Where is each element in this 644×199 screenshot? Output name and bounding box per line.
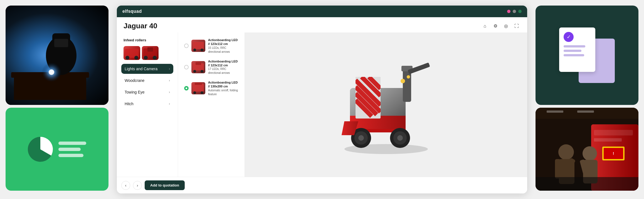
workers-illustration: ! [536, 108, 638, 191]
next-button[interactable]: › [133, 181, 142, 190]
thumbnail-1[interactable] [124, 46, 140, 60]
svg-rect-54 [536, 108, 638, 119]
sidebar-item-towing-eye[interactable]: Towing Eye › [121, 87, 173, 97]
sidebar-item-hitch[interactable]: Hitch › [121, 99, 173, 109]
chevron-hitch: › [169, 102, 170, 106]
left-column [0, 0, 111, 199]
option-text-3: Actionboarding LED // 130x200 cm Automat… [208, 80, 238, 96]
product-title: Jaguar 40 [124, 22, 157, 30]
sidebar-thumbnails [121, 46, 173, 62]
svg-rect-55 [547, 110, 563, 113]
svg-rect-59 [594, 130, 633, 135]
dot-teal [518, 10, 522, 13]
option-2-svg [191, 61, 205, 73]
app-icons-row: ⌂ ⚙ ◎ ⛶ [481, 22, 520, 30]
option-img-1 [191, 40, 205, 52]
option-radio-2[interactable] [184, 65, 189, 69]
svg-point-44 [407, 75, 410, 79]
sidebar-item-lights-camera[interactable]: Lights and Camera › [121, 64, 173, 74]
svg-rect-66 [555, 159, 561, 178]
workers-background: ! [536, 108, 638, 191]
svg-point-9 [125, 56, 129, 60]
add-to-quotation-button[interactable]: Add to quotation [145, 180, 185, 190]
sidebar-item-hitch-label: Hitch [125, 102, 134, 106]
svg-rect-56 [577, 110, 594, 113]
svg-point-7 [49, 69, 54, 75]
doc-line-1 [564, 45, 585, 47]
svg-text:!: ! [613, 151, 614, 156]
svg-rect-12 [147, 47, 153, 52]
settings-icon[interactable]: ⚙ [492, 22, 499, 30]
sidebar-item-woodcrane-label: Woodcrane [125, 78, 144, 83]
option-detail-2: 17 LEDs, RRC directional arrows [208, 67, 238, 75]
svg-point-14 [153, 56, 157, 60]
svg-point-64 [558, 144, 574, 160]
chevron-woodcrane: › [169, 79, 170, 82]
option-name-3: Actionboarding LED // 130x200 cm [208, 80, 238, 89]
welding-background [6, 6, 108, 105]
chart-panel [6, 108, 108, 191]
app-body: Infeed rollers [117, 32, 527, 177]
option-3-svg [191, 82, 205, 94]
dot-gray [513, 10, 516, 13]
sidebar-item-towing-eye-label: Towing Eye [125, 90, 145, 94]
svg-point-25 [201, 91, 203, 94]
pie-chart-container [28, 137, 86, 162]
welder-illustration [6, 6, 108, 105]
app-titlebar: elfsquad [117, 6, 527, 17]
titlebar-dots [507, 10, 522, 13]
svg-point-16 [193, 49, 196, 51]
svg-point-68 [583, 146, 597, 161]
svg-point-20 [193, 70, 196, 73]
option-img-2-inner [191, 61, 205, 73]
options-panel: Actionboarding LED // 123x112 cm 15 LEDs… [178, 32, 245, 177]
home-icon[interactable]: ⌂ [481, 22, 489, 30]
svg-rect-22 [193, 84, 204, 92]
doc-line-3 [564, 54, 584, 56]
sidebar-item-lights-camera-label: Lights and Camera [125, 67, 157, 71]
option-name-2: Actionboarding LED // 123x112 cm [208, 59, 238, 67]
chevron-towing-eye: › [169, 90, 170, 94]
thumbnail-2-img [142, 46, 159, 60]
product-image-area [245, 32, 527, 177]
app-logo: elfsquad [122, 9, 142, 14]
sidebar-item-woodcrane[interactable]: Woodcrane › [121, 75, 173, 85]
chevron-lights-camera: › [169, 67, 170, 71]
svg-point-50 [397, 135, 403, 141]
prev-button[interactable]: ‹ [121, 181, 130, 190]
doc-front: ✓ [559, 27, 595, 72]
option-name-1: Actionboarding LED // 123x112 cm [208, 38, 238, 46]
app-window: elfsquad Jaguar 40 ⌂ ⚙ ◎ ⛶ Infeed roller… [117, 6, 527, 193]
svg-point-21 [201, 70, 203, 73]
app-bottom-bar: ‹ › Add to quotation [117, 177, 527, 193]
option-radio-1[interactable] [184, 44, 189, 48]
svg-point-47 [358, 135, 364, 141]
option-detail-3: Automatic on/off, folding feature [208, 89, 238, 96]
svg-rect-15 [193, 42, 204, 49]
svg-point-13 [144, 56, 148, 60]
svg-point-43 [401, 79, 405, 83]
option-img-1-inner [191, 40, 205, 52]
app-sidebar: Infeed rollers [117, 32, 178, 177]
infeed-label: Infeed rollers [121, 37, 173, 43]
option-radio-3[interactable] [184, 86, 189, 90]
pie-chart [28, 137, 53, 162]
thumbnail-2[interactable] [142, 46, 159, 60]
option-item-1[interactable]: Actionboarding LED // 123x112 cm 15 LEDs… [181, 36, 241, 56]
svg-rect-71 [536, 177, 638, 191]
svg-point-24 [193, 91, 196, 94]
welding-image-panel [6, 6, 108, 105]
dot-pink [507, 10, 510, 13]
product-3d-view [328, 55, 445, 155]
center-wrapper: elfsquad Jaguar 40 ⌂ ⚙ ◎ ⛶ Infeed roller… [111, 0, 533, 199]
option-img-2 [191, 61, 205, 73]
option-img-3 [191, 82, 205, 94]
thumbnail-1-img [124, 46, 140, 60]
option-item-2[interactable]: Actionboarding LED // 123x112 cm 17 LEDs… [181, 57, 241, 77]
svg-rect-23 [195, 83, 202, 85]
svg-rect-60 [594, 138, 622, 142]
fullscreen-icon[interactable]: ⛶ [513, 22, 520, 30]
tag-icon[interactable]: ◎ [502, 22, 510, 30]
svg-rect-4 [54, 39, 68, 47]
option-item-3[interactable]: Actionboarding LED // 130x200 cm Automat… [181, 78, 241, 99]
